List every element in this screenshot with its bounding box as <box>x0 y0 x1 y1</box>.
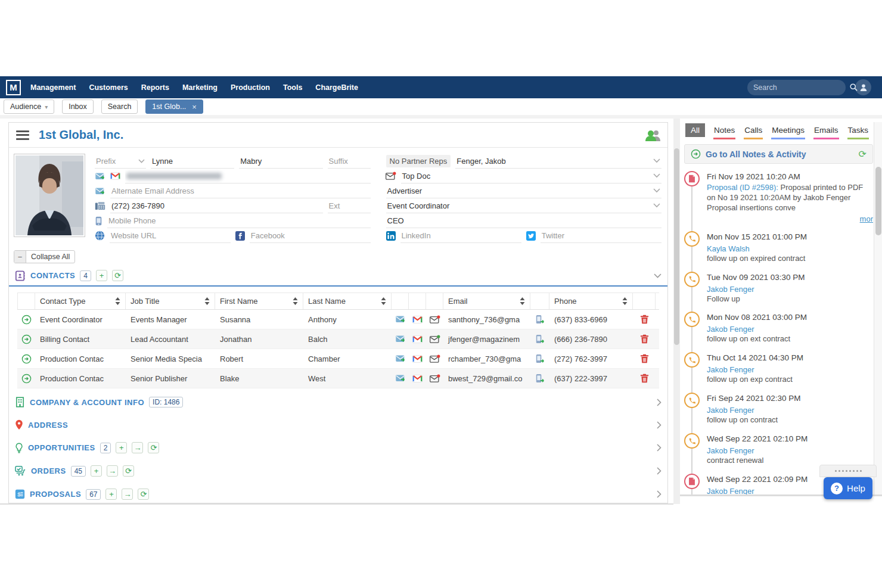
activity-person-link[interactable]: Jakob Fenger <box>707 365 754 374</box>
open-contact-icon[interactable] <box>21 374 32 384</box>
gmail-icon[interactable] <box>110 172 120 180</box>
sms-phone-icon[interactable] <box>536 334 544 344</box>
delete-icon[interactable] <box>640 315 649 324</box>
delete-icon[interactable] <box>640 354 649 363</box>
unread-email-icon[interactable] <box>385 172 396 181</box>
activity-person-link[interactable]: Jakob Fenger <box>707 487 754 494</box>
chevron-right-icon[interactable] <box>657 421 662 429</box>
go-to-orders-button[interactable]: → <box>107 465 118 477</box>
contact-row[interactable]: Event Coordinator Events Manager Susanna… <box>17 310 659 329</box>
sort-icon[interactable] <box>115 297 120 305</box>
sort-icon[interactable] <box>293 297 298 305</box>
add-opportunity-button[interactable]: + <box>116 442 127 453</box>
facebook-icon[interactable] <box>235 231 245 241</box>
email-status-icon[interactable] <box>429 354 440 363</box>
sort-icon[interactable] <box>520 297 525 305</box>
section-address[interactable]: ADDRESS <box>9 413 667 436</box>
contact-type-field-1[interactable]: Top Doc <box>401 169 662 183</box>
sort-icon[interactable] <box>204 297 210 305</box>
twitter-field[interactable]: Twitter <box>541 229 662 243</box>
gmail-icon[interactable] <box>412 375 423 382</box>
sms-phone-icon[interactable] <box>536 315 544 324</box>
phone-ext-field[interactable]: Ext <box>328 199 371 213</box>
section-proposals[interactable]: $ PROPOSALS 67 + → ⟳ <box>9 483 667 503</box>
chevron-down-icon[interactable] <box>653 203 660 208</box>
delete-icon[interactable] <box>640 374 649 383</box>
sms-phone-icon[interactable] <box>536 374 544 383</box>
activity-entry[interactable]: Fri Sep 24 2021 02:30 PM Jakob Fenger fo… <box>684 394 873 425</box>
activity-link[interactable]: Proposal (ID #2598): <box>707 183 778 192</box>
tab-inbox[interactable]: Inbox <box>62 99 94 114</box>
hamburger-menu-icon[interactable] <box>15 129 30 142</box>
chevron-right-icon[interactable] <box>657 490 662 498</box>
open-contact-icon[interactable] <box>21 354 32 364</box>
column-last-name[interactable]: Last Name <box>303 293 392 309</box>
first-name-field[interactable]: Lynne <box>151 154 234 169</box>
section-opportunities[interactable]: OPPORTUNITIES 2 + → ⟳ <box>9 436 667 459</box>
contact-type-field-3[interactable]: Event Coordinator <box>386 199 662 213</box>
tab-search[interactable]: Search <box>101 99 138 114</box>
sort-icon[interactable] <box>622 297 628 305</box>
activity-person-link[interactable]: Jakob Fenger <box>707 325 754 334</box>
activity-entry[interactable]: Tue Nov 09 2021 03:30 PM Jakob Fenger Fo… <box>684 273 873 304</box>
contact-photo[interactable] <box>14 154 85 237</box>
contact-row[interactable]: Production Contac Senior Publisher Blake… <box>17 369 659 388</box>
email-status-icon[interactable] <box>429 315 440 324</box>
forward-email-icon[interactable] <box>95 172 105 181</box>
activity-scrollbar[interactable] <box>874 122 882 495</box>
linkedin-icon[interactable] <box>386 231 396 241</box>
tab-audience[interactable]: Audience ▾ <box>4 99 54 114</box>
gmail-icon[interactable] <box>412 355 423 363</box>
email-field-redacted[interactable] <box>125 169 371 183</box>
tab-all[interactable]: All <box>685 123 705 137</box>
chevron-right-icon[interactable] <box>657 444 662 452</box>
email-status-icon[interactable] <box>429 335 440 344</box>
menu-reports[interactable]: Reports <box>141 83 169 92</box>
contact-row[interactable]: Billing Contact Lead Accountant Jonathan… <box>17 329 659 349</box>
email-cell[interactable]: jfenger@magazinem <box>443 335 530 344</box>
gmail-icon[interactable] <box>412 335 423 343</box>
forward-email-icon[interactable] <box>395 374 406 382</box>
email-cell[interactable]: rchamber_730@gma <box>443 354 530 363</box>
chevron-down-icon[interactable] <box>653 158 660 163</box>
close-icon[interactable]: × <box>192 102 197 111</box>
section-orders[interactable]: ORDERS 45 + → ⟳ <box>9 459 667 483</box>
facebook-field[interactable]: Facebook <box>250 229 371 243</box>
column-contact-type[interactable]: Contact Type <box>35 293 126 309</box>
activity-entry[interactable]: Mon Nov 15 2021 01:00 PM Kayla Walsh fol… <box>684 232 873 264</box>
website-url-field[interactable]: Website URL <box>110 229 231 243</box>
add-contact-button[interactable]: + <box>96 270 107 281</box>
add-order-button[interactable]: + <box>91 465 102 477</box>
search-input[interactable] <box>753 83 849 92</box>
activity-entry[interactable]: Thu Oct 14 2021 04:30 PM Jakob Fenger fo… <box>684 353 873 385</box>
help-drag-handle[interactable] <box>819 465 877 477</box>
column-job-title[interactable]: Job Title <box>126 293 215 309</box>
add-proposal-button[interactable]: + <box>105 489 117 500</box>
column-phone[interactable]: Phone <box>549 293 633 309</box>
alternate-email-field[interactable]: Alternate Email Address <box>110 184 371 198</box>
email-status-icon[interactable] <box>429 374 440 383</box>
prefix-field[interactable]: Prefix <box>95 154 146 169</box>
go-to-opportunities-button[interactable]: → <box>132 442 143 453</box>
section-company-account-info[interactable]: COMPANY & ACCOUNT INFO ID: 1486 <box>9 391 667 413</box>
menu-tools[interactable]: Tools <box>283 83 302 92</box>
mobile-phone-field[interactable]: Mobile Phone <box>107 214 371 228</box>
collapse-all-button[interactable]: − Collapse All <box>14 250 75 263</box>
forward-email-icon[interactable] <box>395 335 406 343</box>
sms-phone-icon[interactable] <box>536 354 544 363</box>
go-to-proposals-button[interactable]: → <box>122 489 133 500</box>
menu-management[interactable]: Management <box>30 83 76 92</box>
forward-email-icon[interactable] <box>395 354 406 363</box>
scrollbar-thumb[interactable] <box>875 167 881 235</box>
refresh-contacts-button[interactable]: ⟳ <box>112 270 123 281</box>
gmail-icon[interactable] <box>412 316 423 323</box>
go-to-notes-bar[interactable]: Go to All Notes & Activity ⟳ <box>684 144 873 164</box>
suffix-field[interactable]: Suffix <box>328 154 371 169</box>
contact-type-field-2[interactable]: Advertiser <box>386 184 662 198</box>
refresh-orders-button[interactable]: ⟳ <box>123 465 134 477</box>
open-contact-icon[interactable] <box>21 334 32 344</box>
column-email[interactable]: Email <box>443 293 530 309</box>
linkedin-field[interactable]: LinkedIn <box>400 229 521 243</box>
forward-email-icon[interactable] <box>395 315 406 323</box>
tab-record-active[interactable]: 1st Glob... × <box>145 99 203 114</box>
